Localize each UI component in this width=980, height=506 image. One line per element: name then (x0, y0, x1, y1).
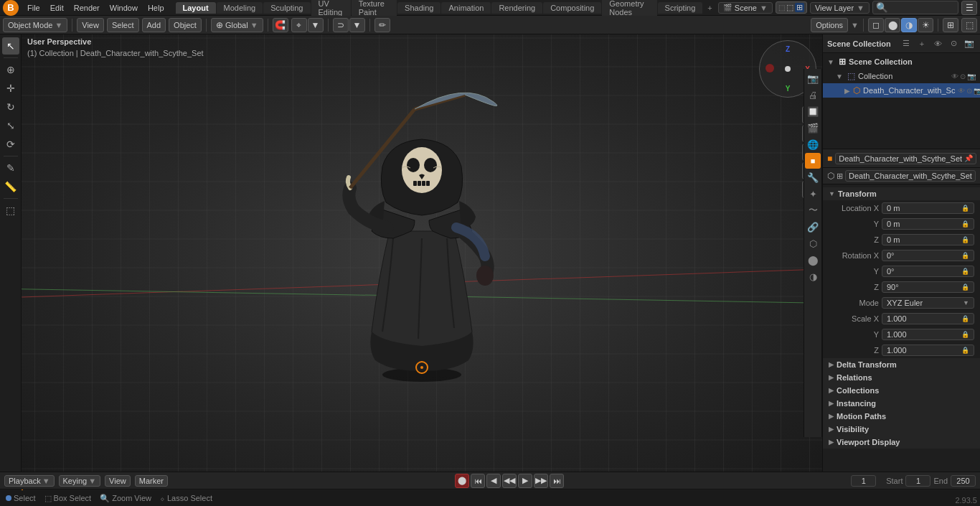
prop-tab-particles[interactable]: ✦ (805, 186, 821, 202)
prop-tab-render[interactable]: 📷 (805, 70, 821, 86)
workspace-geometry-nodes[interactable]: Geometry Nodes (602, 0, 656, 18)
collection-render-icon[interactable]: 📷 (967, 72, 976, 80)
workspace-animation[interactable]: Animation (441, 2, 491, 14)
character-3d-model[interactable] (321, 88, 522, 389)
outliner-add-icon[interactable]: + (915, 37, 928, 50)
pivot-selector[interactable]: ⊕ Global ▼ (211, 18, 263, 32)
location-x-value[interactable]: 0 m 🔒 (882, 202, 974, 214)
tool-add-cube[interactable]: ⬚ (2, 202, 19, 219)
motion-paths-section[interactable]: ▶ Motion Paths (823, 410, 980, 423)
collection-select-icon[interactable]: ⊙ (960, 72, 966, 80)
object-render-icon[interactable]: 📷 (974, 87, 980, 95)
workspace-sculpting[interactable]: Sculpting (263, 2, 310, 14)
prop-tab-scene[interactable]: 🎬 (805, 120, 821, 136)
instancing-section[interactable]: ▶ Instancing (823, 397, 980, 410)
jump-start-button[interactable]: ⏮ (471, 474, 485, 488)
prop-tab-world[interactable]: 🌐 (805, 136, 821, 152)
viewport-shading-rendered[interactable]: ☀ (918, 18, 933, 32)
proportional-edit[interactable]: ⊃ (333, 18, 349, 32)
workspace-compositing[interactable]: Compositing (543, 2, 601, 14)
xray-toggle[interactable]: ⬚ (961, 18, 977, 32)
lock-sz-icon[interactable]: 🔒 (961, 347, 969, 354)
outliner-scene-collection[interactable]: ▼ ⊞ Scene Collection (823, 55, 980, 69)
rotation-mode-value[interactable]: XYZ Euler ▼ (882, 297, 974, 309)
select-menu[interactable]: Select (107, 18, 139, 32)
object-menu[interactable]: Object (169, 18, 202, 32)
menu-help[interactable]: Help (143, 2, 169, 14)
box-select-status[interactable]: ⬚ Box Select (44, 494, 92, 503)
view-menu-timeline[interactable]: View (105, 475, 131, 487)
scale-y-value[interactable]: 1.000 🔒 (882, 329, 974, 340)
lock-ry-icon[interactable]: 🔒 (961, 268, 969, 275)
workspace-modeling[interactable]: Modeling (217, 2, 263, 14)
playback-menu[interactable]: Playback ▼ (4, 475, 55, 487)
annotation-icon[interactable]: ✏ (374, 18, 390, 32)
lock-sy-icon[interactable]: 🔒 (961, 331, 969, 338)
lock-z-icon[interactable]: 🔒 (961, 236, 969, 243)
location-z-value[interactable]: 0 m 🔒 (882, 234, 974, 245)
outliner-collection[interactable]: ▼ ⬚ Collection 👁 ⊙ 📷 (823, 69, 980, 83)
menu-window[interactable]: Window (105, 2, 142, 14)
object-select-icon[interactable]: ⊙ (966, 87, 972, 95)
gizmo-z-label[interactable]: Z (786, 45, 790, 53)
lock-sx-icon[interactable]: 🔒 (961, 315, 969, 322)
viewport-shading-wireframe[interactable]: ◻ (868, 18, 884, 32)
tool-move[interactable]: ✛ (2, 80, 19, 97)
data-block-name[interactable]: Death_Character_with_Scythe_Set (845, 170, 976, 182)
tool-rotate[interactable]: ↻ (2, 98, 19, 116)
prop-tab-physics[interactable]: 〜 (805, 202, 821, 218)
location-y-value[interactable]: 0 m 🔒 (882, 218, 974, 230)
outliner-render-icon[interactable]: 📷 (963, 37, 976, 50)
tool-measure[interactable]: 📏 (2, 178, 19, 195)
active-object-name[interactable]: Death_Character_with_Scythe_Set (839, 154, 962, 163)
tool-select[interactable]: ↖ (2, 37, 19, 55)
record-button[interactable]: ⬤ (455, 474, 469, 488)
menu-render[interactable]: Render (70, 2, 104, 14)
magnet-snap-icon[interactable]: 🧲 (273, 18, 288, 32)
keying-menu[interactable]: Keying ▼ (59, 475, 101, 487)
prop-tab-constraints[interactable]: 🔗 (805, 219, 821, 235)
object-mode-selector[interactable]: Object Mode ▼ (3, 18, 67, 32)
transform-section-header[interactable]: ▼ Transform (823, 187, 980, 200)
add-workspace-button[interactable]: + (703, 2, 716, 14)
workspace-rendering[interactable]: Rendering (491, 2, 542, 14)
scale-z-value[interactable]: 1.000 🔒 (882, 345, 974, 356)
jump-end-button[interactable]: ⏭ (550, 474, 564, 488)
filter-icon[interactable]: ☰ (961, 1, 977, 15)
end-frame-input[interactable]: 250 (951, 475, 976, 487)
marker-menu[interactable]: Marker (135, 475, 168, 487)
prop-tab-material[interactable]: ⬤ (805, 252, 821, 268)
view-menu[interactable]: View (77, 18, 104, 32)
play-reverse-button[interactable]: ◀◀ (502, 474, 517, 488)
next-frame-button[interactable]: ▶▶ (534, 474, 548, 488)
outliner-death-character[interactable]: ▶ ⬡ Death_Character_with_Sc 👁 ⊙ 📷 (823, 83, 980, 98)
workspace-layout[interactable]: Layout (176, 2, 216, 14)
overlay-toggle[interactable]: ⊞ (943, 18, 958, 32)
workspace-texture-paint[interactable]: Texture Paint (352, 0, 397, 18)
view-layer-selector[interactable]: View Layer ▼ (810, 2, 870, 14)
outliner-visibility-icon[interactable]: 👁 (931, 37, 944, 50)
tool-annotate[interactable]: ✎ (2, 159, 19, 177)
viewport-display-section[interactable]: ▶ Viewport Display (823, 436, 980, 449)
collection-hide-icon[interactable]: 👁 (951, 72, 958, 80)
snap-settings[interactable]: ▼ (308, 18, 324, 32)
lock-x-icon[interactable]: 🔒 (961, 205, 969, 212)
lock-y-icon[interactable]: 🔒 (961, 220, 969, 228)
viewport[interactable]: User Perspective (1) Collection | Death_… (22, 34, 822, 472)
prop-tab-modifier[interactable]: 🔧 (805, 169, 821, 185)
current-frame-input[interactable]: 1 (851, 475, 876, 487)
gizmo-y-label[interactable]: Y (786, 85, 791, 93)
options-button[interactable]: Options (811, 18, 848, 32)
zoom-view-status[interactable]: 🔍 Zoom View (100, 494, 151, 503)
tool-transform[interactable]: ⟳ (2, 136, 19, 153)
tool-scale[interactable]: ⤡ (2, 117, 19, 134)
rotation-z-value[interactable]: 90° 🔒 (882, 281, 974, 293)
viewport-shading-solid[interactable]: ⬤ (885, 18, 900, 32)
outliner-restrict-icon[interactable]: ⊙ (947, 37, 960, 50)
proportional-edit-settings[interactable]: ▼ (349, 18, 365, 32)
lock-rz-icon[interactable]: 🔒 (961, 284, 969, 291)
top-search-input[interactable] (872, 1, 958, 14)
scale-x-value[interactable]: 1.000 🔒 (882, 313, 974, 324)
visibility-section[interactable]: ▶ Visibility (823, 423, 980, 436)
lasso-select-status[interactable]: ⬦ Lasso Select (160, 494, 212, 502)
